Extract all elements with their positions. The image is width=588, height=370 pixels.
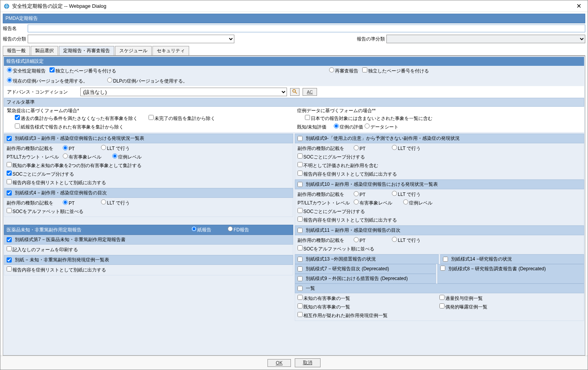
- group-13-header: 別紙様式13 −外国措置報告の状況: [295, 254, 439, 264]
- group-3-checkbox[interactable]: [7, 136, 12, 141]
- indep-page-left-label[interactable]: 独立したページ番号を付ける: [50, 67, 116, 74]
- report-subclass-select[interactable]: [386, 35, 585, 43]
- left-column: 別紙様式3 − 副作用・感染症症例報告における発現状況一覧表 副作用の種類の記載…: [4, 134, 293, 354]
- filter-l2-checkbox[interactable]: [149, 115, 154, 120]
- list-c5-checkbox[interactable]: [439, 303, 445, 308]
- g3-c3-checkbox[interactable]: [7, 179, 12, 184]
- group-11-checkbox[interactable]: [298, 228, 303, 233]
- reexam-report-radio-label[interactable]: 再審査報告: [329, 67, 358, 74]
- use-current-version-label[interactable]: 現在の症例バージョンを使用する。: [7, 78, 88, 85]
- g10-pt-radio[interactable]: [354, 191, 359, 196]
- list-c2-checkbox[interactable]: [298, 303, 303, 308]
- indep-page-right-label[interactable]: 独立したページ番号を付ける: [362, 67, 429, 74]
- g3-cnt2-radio[interactable]: [112, 153, 117, 159]
- g7-fd-radio[interactable]: [228, 226, 233, 231]
- eval-opt2-radio[interactable]: [365, 123, 370, 129]
- tab-periodic[interactable]: 定期報告・再審査報告: [59, 46, 114, 55]
- g4-c1-checkbox[interactable]: [7, 208, 12, 213]
- group-3-body: 副作用の種類の記載を PT LLT で行う PT/LLTカウント・レベル 有害事…: [4, 143, 293, 188]
- list-c1-checkbox[interactable]: [298, 295, 303, 300]
- tab-security[interactable]: セキュリティ: [152, 46, 189, 55]
- group-7-sub7: 別紙様式第7 − 医薬品未知・非重篤副作用定期報告書: [4, 235, 293, 245]
- list-c3-checkbox[interactable]: [298, 312, 303, 317]
- report-class-select[interactable]: [28, 35, 234, 43]
- list-checkbox[interactable]: [298, 286, 303, 291]
- group-9d-checkbox[interactable]: [298, 276, 303, 281]
- report-name-input[interactable]: [28, 25, 585, 32]
- safety-report-radio-label[interactable]: 安全性定期報告: [7, 67, 46, 74]
- g11-llt-radio[interactable]: [392, 237, 397, 242]
- g10-cnt1-radio[interactable]: [354, 199, 359, 204]
- window-title: 安全性定期報告の設定 -- Webpage Dialog: [12, 3, 573, 10]
- g7-attach-checkbox[interactable]: [7, 257, 12, 263]
- g10-cnt2-radio[interactable]: [403, 199, 408, 204]
- tab-schedule[interactable]: スケジュール: [115, 46, 152, 55]
- svg-point-1: [293, 89, 296, 92]
- tab-product[interactable]: 製品選択: [31, 46, 58, 55]
- eval-opt1-label[interactable]: 症例の評価: [334, 123, 363, 130]
- advance-condition-row: アドバンス・コンディション (該当なし) AC: [4, 86, 584, 98]
- g10-c1-checkbox[interactable]: [298, 208, 303, 213]
- detail-subheader: 報告様式詳細設定: [4, 57, 584, 66]
- g3-llt-radio[interactable]: [101, 145, 106, 150]
- group-4-body: 副作用の種類の記載を PT LLT で行う SOCをアルファベット順に並べる: [4, 198, 293, 217]
- group-7-attach: 別紙 − 未知・非重篤副作用別発現症例一覧表: [4, 255, 293, 265]
- ac-button[interactable]: AC: [303, 88, 317, 96]
- g11-c1-checkbox[interactable]: [298, 245, 303, 250]
- use-dlp-version-radio[interactable]: [107, 78, 112, 83]
- g3-c2-checkbox[interactable]: [7, 171, 12, 176]
- group-4-checkbox[interactable]: [7, 190, 12, 196]
- close-button[interactable]: ✕: [573, 2, 584, 10]
- g11-pt-radio[interactable]: [354, 237, 359, 242]
- g3-pt-radio[interactable]: [63, 145, 68, 150]
- list-c4-checkbox[interactable]: [439, 295, 445, 300]
- group-7d-checkbox[interactable]: [298, 266, 303, 271]
- group-10-body: 副作用の種類の記載を PT LLT で行う PT/LLTカウント・レベル 有害事…: [295, 189, 584, 226]
- g10-llt-radio[interactable]: [392, 191, 397, 196]
- filter-r1-label[interactable]: 日本での報告対象には含まないとされた事象を一覧に含む: [305, 115, 432, 122]
- group-7d-header: 別紙様式7 − 研究報告目次 (Deprecated): [295, 264, 436, 274]
- use-current-version-radio[interactable]: [7, 78, 12, 83]
- group-4-header: 別紙様式4 − 副作用・感染症症例報告の目次: [4, 188, 293, 198]
- g7-sub7-checkbox[interactable]: [7, 237, 12, 242]
- ok-button[interactable]: OK: [267, 359, 290, 367]
- g7-empty-checkbox[interactable]: [7, 246, 12, 251]
- eval-opt1-radio[interactable]: [334, 123, 339, 129]
- filter-l3-label[interactable]: 紙報告様式で報告された有害事象を集計から除く: [15, 123, 124, 130]
- g3-cnt1-radio[interactable]: [63, 153, 68, 159]
- g4-llt-radio[interactable]: [101, 199, 106, 204]
- safety-report-radio[interactable]: [7, 67, 12, 72]
- use-dlp-version-label[interactable]: DLPの症例バージョンを使用する。: [107, 78, 188, 85]
- footer: OK 取消: [0, 356, 588, 370]
- group-14-checkbox[interactable]: [443, 257, 448, 262]
- g7-out-checkbox[interactable]: [7, 266, 12, 271]
- g9-c3-checkbox[interactable]: [298, 171, 303, 176]
- indep-page-left-checkbox[interactable]: [50, 67, 55, 72]
- g7-paper-radio[interactable]: [191, 226, 197, 231]
- cancel-button[interactable]: 取消: [295, 358, 321, 367]
- g9-llt-radio[interactable]: [392, 145, 397, 150]
- g9-c2-checkbox[interactable]: [298, 162, 303, 167]
- g3-c1-checkbox[interactable]: [7, 162, 12, 167]
- g10-c2-checkbox[interactable]: [298, 217, 303, 222]
- tab-bar: 報告一般 製品選択 定期報告・再審査報告 スケジュール セキュリティ: [3, 46, 585, 56]
- g9-c1-checkbox[interactable]: [298, 153, 303, 159]
- g9-pt-radio[interactable]: [354, 145, 359, 150]
- filter-l3-checkbox[interactable]: [15, 123, 20, 129]
- group-8d-checkbox[interactable]: [440, 266, 445, 271]
- group-9-checkbox[interactable]: [298, 136, 303, 141]
- indep-page-right-checkbox[interactable]: [362, 67, 367, 72]
- tab-general[interactable]: 報告一般: [3, 46, 30, 55]
- reexam-report-radio[interactable]: [329, 67, 334, 72]
- group-13-checkbox[interactable]: [298, 257, 303, 262]
- search-icon: [292, 89, 298, 95]
- filter-l2-label[interactable]: 未完了の報告を集計から除く: [149, 115, 215, 122]
- filter-l1-checkbox[interactable]: [15, 115, 20, 120]
- filter-r1-checkbox[interactable]: [305, 115, 310, 120]
- advance-condition-select[interactable]: (該当なし): [80, 88, 287, 96]
- filter-l1-label[interactable]: 過去の集計から条件を満たさなくなった有害事象を除く: [15, 115, 138, 122]
- eval-opt2-label[interactable]: データシート: [365, 123, 398, 130]
- group-10-checkbox[interactable]: [298, 182, 303, 187]
- search-button[interactable]: [290, 88, 299, 96]
- g4-pt-radio[interactable]: [63, 200, 68, 205]
